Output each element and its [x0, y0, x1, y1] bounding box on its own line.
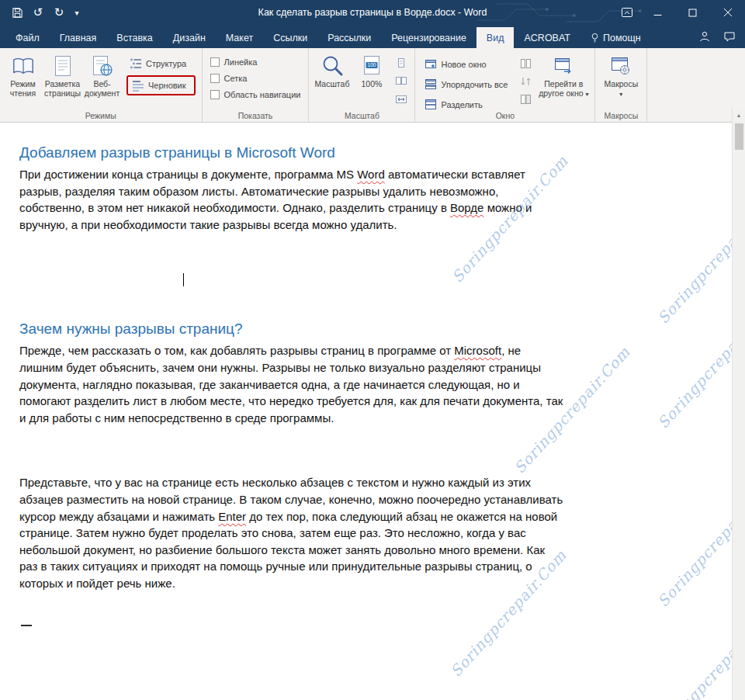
scroll-up-button[interactable]: ▲: [733, 109, 745, 122]
button-label: Масштаб: [314, 80, 349, 89]
tab-view[interactable]: Вид: [476, 27, 515, 48]
ruler-checkbox[interactable]: [210, 57, 220, 67]
tab-review[interactable]: Рецензирование: [381, 27, 476, 48]
one-page-button[interactable]: [393, 57, 409, 71]
document-heading: Добавляем разрыв страницы в Microsoft Wo…: [19, 144, 570, 162]
document-page[interactable]: Добавляем разрыв страницы в Microsoft Wo…: [0, 123, 732, 700]
multiple-pages-button[interactable]: [393, 75, 409, 88]
document-heading: Зачем нужны разрывы страниц?: [19, 320, 570, 338]
close-button[interactable]: [710, 0, 745, 25]
ribbon-display-options-button[interactable]: [614, 0, 640, 25]
button-label: Структура: [146, 59, 186, 68]
button-label: Черновик: [148, 81, 186, 90]
draft-dash-mark: [21, 625, 32, 626]
quick-access-toolbar: ↺ ↻ ▾: [0, 3, 83, 22]
document-paragraph: Представьте, что у вас на странице есть …: [19, 474, 566, 591]
outline-view-icon: [130, 57, 142, 70]
switch-windows-button[interactable]: Перейти в другое окно ▾: [535, 50, 591, 99]
tab-design[interactable]: Дизайн: [163, 27, 216, 48]
text-run: Прежде, чем рассказать о том, как добавл…: [19, 344, 454, 357]
blank-lines: [19, 233, 570, 320]
web-layout-button[interactable]: Веб-документ: [82, 50, 122, 98]
button-label: Разделить: [441, 100, 482, 109]
ribbon-group-zoom: Масштаб 100 100% Масштаб: [309, 48, 415, 122]
redo-button[interactable]: ↻: [50, 3, 68, 22]
chevron-down-icon: ▾: [585, 91, 588, 98]
navigation-pane-checkbox-row[interactable]: Область навигации: [210, 90, 301, 99]
page-width-button[interactable]: [393, 92, 409, 106]
ribbon-group-macros: Макросы▾ Макросы: [595, 48, 647, 122]
group-label-show: Показать: [203, 111, 309, 120]
checkbox-label: Линейка: [224, 57, 258, 67]
tab-references[interactable]: Ссылки: [263, 27, 317, 48]
draft-view-button[interactable]: Черновик: [126, 75, 196, 95]
split-button[interactable]: Разделить: [421, 97, 512, 112]
button-label: Новое окно: [441, 60, 486, 69]
tab-label: Помощн: [603, 33, 641, 43]
undo-button[interactable]: ↺: [29, 3, 47, 22]
tab-mailings[interactable]: Рассылки: [317, 27, 381, 48]
tab-label: Вставка: [116, 33, 152, 43]
reset-window-position-icon: [520, 94, 532, 105]
ribbon-group-show: Линейка Сетка Область навигации Показать: [203, 48, 310, 122]
minimize-button[interactable]: [640, 0, 675, 25]
customize-quick-access-button[interactable]: ▾: [71, 3, 83, 22]
ribbon-group-views: Режим чтения Разметка страницы Веб-докум…: [0, 48, 203, 122]
save-button[interactable]: [8, 3, 26, 22]
button-label: Перейти в другое окно ▾: [535, 80, 591, 99]
macros-button[interactable]: Макросы▾: [598, 50, 643, 99]
vertical-scrollbar[interactable]: ▲: [732, 109, 745, 700]
lightbulb-icon: [591, 33, 599, 43]
tab-file[interactable]: Файл: [5, 27, 50, 48]
redo-icon: ↻: [54, 5, 64, 19]
tab-tell-me[interactable]: Помощн: [580, 27, 651, 48]
chevron-down-icon: ▾: [619, 91, 622, 98]
synchronous-scrolling-button[interactable]: [518, 75, 533, 88]
read-mode-icon: [12, 54, 35, 78]
group-label-views: Режимы: [0, 111, 202, 120]
tab-layout[interactable]: Макет: [216, 27, 263, 48]
maximize-button[interactable]: [675, 0, 710, 25]
print-layout-button[interactable]: Разметка страницы: [43, 50, 82, 98]
window-small-icons: [518, 57, 533, 106]
titlebar: ↺ ↻ ▾ Как сделать разрыв страницы в Ворд…: [0, 0, 745, 25]
tab-label: Макет: [226, 33, 253, 43]
tab-label: Главная: [60, 33, 97, 43]
reset-window-position-button[interactable]: [518, 92, 533, 106]
arrange-all-button[interactable]: Упорядочить все: [421, 77, 512, 92]
read-mode-button[interactable]: Режим чтения: [3, 50, 43, 98]
zoom-magnifier-icon: [321, 54, 344, 78]
ruler-checkbox-row[interactable]: Линейка: [210, 57, 301, 67]
show-checkboxes: Линейка Сетка Область навигации: [210, 57, 301, 99]
print-layout-icon: [53, 54, 73, 78]
navigation-pane-checkbox[interactable]: [210, 90, 220, 99]
scrollbar-thumb[interactable]: [735, 123, 743, 150]
draft-view-icon: [132, 79, 144, 92]
view-side-by-side-icon: [520, 58, 532, 69]
view-side-by-side-button[interactable]: [518, 57, 533, 71]
sign-in-person-icon[interactable]: [698, 30, 711, 43]
outline-view-button[interactable]: Структура: [126, 56, 196, 71]
minimize-icon: [653, 9, 662, 17]
window-controls: [614, 0, 745, 25]
new-window-button[interactable]: Новое окно: [421, 57, 512, 71]
document-paragraph: Прежде, чем рассказать о том, как добавл…: [19, 342, 566, 426]
zoom-100-button[interactable]: 100 100%: [352, 50, 391, 89]
tab-insert[interactable]: Вставка: [106, 27, 162, 48]
close-icon: [723, 8, 733, 17]
page-width-icon: [395, 93, 407, 106]
maximize-icon: [688, 9, 697, 17]
switch-windows-icon: [553, 54, 573, 78]
gridlines-checkbox-row[interactable]: Сетка: [210, 74, 301, 83]
tab-label: Вид: [487, 33, 504, 43]
ribbon-filler: [647, 48, 745, 122]
tab-acrobat[interactable]: ACROBAT: [514, 27, 580, 48]
comment-icon[interactable]: [723, 30, 736, 43]
zoom-button[interactable]: Масштаб: [312, 50, 352, 89]
web-layout-icon: [92, 54, 113, 78]
gridlines-checkbox[interactable]: [210, 74, 220, 83]
misspelled-word: Ворде: [450, 201, 483, 214]
tab-home[interactable]: Главная: [50, 27, 107, 48]
group-label-zoom: Масштаб: [309, 111, 414, 120]
tab-label: Файл: [16, 33, 40, 43]
